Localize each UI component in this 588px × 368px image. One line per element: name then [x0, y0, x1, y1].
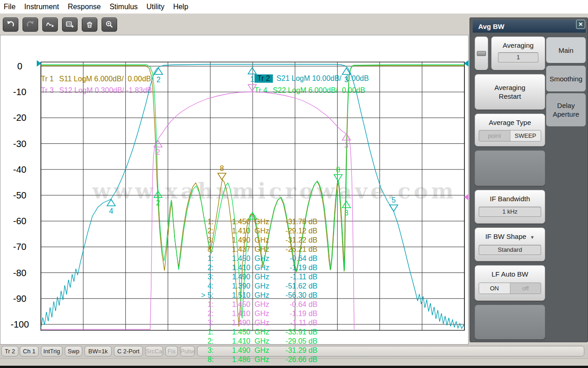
plot-marker-triangle [248, 68, 256, 74]
marker-readout-row: 1:1.450GHz-0.64 dB [197, 300, 317, 309]
averaging-label: Averaging [503, 41, 533, 50]
bottom-edge [0, 366, 588, 368]
lf-auto-bw-option-on[interactable]: ON [479, 283, 510, 294]
chevron-down-icon: ▼ [530, 235, 535, 240]
status-button-ch-1[interactable]: Ch 1 [20, 346, 39, 357]
averaging-button[interactable]: Averaging 1 [491, 36, 545, 70]
marker-readout-table: 1:1.450GHz-31.78 dB2:1.410GHz-29.12 dB3:… [197, 217, 317, 364]
menu-item-file[interactable]: File [4, 0, 16, 14]
menu-item-response[interactable]: Response [68, 0, 101, 14]
zoom-button[interactable] [102, 17, 117, 32]
if-bandwidth-button[interactable]: IF Bandwidth 1 kHz [475, 190, 545, 224]
plot-marker-label: 8 [220, 164, 224, 172]
averaging-led-icon [477, 51, 486, 56]
status-button-swp[interactable]: Swp [65, 346, 82, 357]
redo-button [23, 17, 38, 32]
delete-button[interactable] [82, 17, 97, 32]
y-axis-tick: -80 [13, 268, 27, 278]
tab-delay-aperture[interactable]: Delay Aperture [546, 93, 586, 126]
plot-marker-label: 2 [156, 148, 160, 156]
if-bw-shape-label: IF BW Shape▼ [485, 232, 534, 242]
tab-smoothing[interactable]: Smoothing [546, 66, 586, 91]
y-axis-tick: -10 [13, 87, 27, 97]
plot-marker-label: 3 [345, 142, 349, 149]
plot-marker-label: 5 [392, 196, 396, 204]
redo-icon [26, 20, 34, 28]
marker-readout-row: 3:1.490GHz-1.11 dB [197, 272, 317, 282]
y-axis-tick: -90 [13, 294, 27, 304]
plot-marker-label: 2 [157, 76, 161, 84]
marker-readout-row: 2:1.410GHz-29.05 dB [197, 337, 317, 346]
marker-readout-row: 1:1.450GHz-33.91 dB [197, 328, 317, 337]
y-axis-tick: -70 [13, 242, 27, 252]
plot-marker-triangle [342, 201, 351, 208]
y-axis-tick: -40 [13, 164, 27, 175]
marker-readout-row: 2:1.410GHz-1.19 dB [197, 263, 317, 272]
y-axis-tick: 0 [17, 61, 22, 71]
averaging-toggle-button[interactable] [475, 36, 488, 70]
plot-marker-label: 3 [345, 76, 349, 84]
status-button-c-2-port[interactable]: C 2-Port [114, 346, 143, 357]
marker-readout-row: 8:1.486GHz-26.66 dB [197, 355, 317, 364]
y-axis-tick: -20 [13, 113, 27, 123]
y-axis-tick: -60 [13, 216, 27, 226]
status-button-inttrig[interactable]: IntTrig [41, 346, 62, 357]
if-bw-shape-button[interactable]: IF BW Shape▼ Standard [475, 227, 545, 261]
if-bandwidth-value[interactable]: 1 kHz [479, 207, 541, 217]
plot-marker-label: 8 [336, 166, 340, 174]
status-button-pulse: Pulse [180, 346, 195, 357]
panel-header[interactable]: Avg BW [473, 20, 586, 33]
plot-marker-triangle [248, 85, 256, 91]
average-type-label: Average Type [489, 118, 531, 127]
delete-icon [85, 20, 94, 28]
y-axis-tick: -100 [11, 319, 29, 329]
menu-item-instrument[interactable]: Instrument [24, 0, 59, 14]
add-trace-button[interactable] [42, 17, 58, 32]
status-button-fix: Fix [165, 346, 178, 357]
marker-readout-row: 1:1.450GHz-31.78 dB [197, 217, 317, 226]
panel-title: Avg BW [478, 23, 504, 30]
undo-button[interactable] [3, 17, 18, 32]
averaging-restart-button[interactable]: Averaging Restart [475, 74, 545, 110]
add-trace-icon [46, 20, 54, 28]
menu-item-utility[interactable]: Utility [147, 0, 164, 14]
y-axis-tick: -30 [13, 139, 27, 149]
averaging-value[interactable]: 1 [498, 52, 538, 62]
status-button-srccal: SrcCal [145, 346, 163, 357]
blank-softkey-1 [475, 150, 545, 186]
marker-readout-row: 1:1.450GHz-0.64 dB [197, 254, 317, 263]
lf-auto-bw-option-off[interactable]: off [510, 283, 541, 294]
plot-region: Tr 1S11 LogM 6.000dB/ 0.00dB Tr 2S21 Log… [0, 35, 469, 345]
plot-marker-triangle [390, 205, 398, 211]
blank-softkey-2 [475, 305, 545, 340]
average-type-option-sweep[interactable]: SWEEP [510, 130, 541, 141]
if-bw-shape-value[interactable]: Standard [479, 245, 541, 255]
avg-bw-panel: Avg BW ✕ Averaging 1 Averaging Restart A… [469, 17, 588, 342]
marker-readout-row: 2:1.410GHz-29.12 dB [197, 226, 317, 236]
average-type-option-point[interactable]: point [479, 130, 510, 141]
if-bandwidth-label: IF Bandwidth [490, 194, 530, 203]
marker-readout-row: 4:1.390GHz-51.62 dB [197, 282, 317, 291]
plot-marker-label: 1 [250, 75, 254, 83]
marker-readout-row: 3:1.490GHz-31.22 dB [197, 236, 317, 245]
averaging-restart-label: Averaging Restart [487, 83, 533, 101]
plot-marker-label: 2 [156, 199, 160, 207]
plot-marker-label: 3 [345, 209, 349, 217]
marker-readout-row: > 5:1.510GHz-56.30 dB [197, 291, 317, 300]
average-type-button[interactable]: Average Type point SWEEP [475, 113, 545, 147]
status-button-bw-1k[interactable]: BW=1k [85, 346, 112, 357]
lf-auto-bw-label: LF Auto BW [492, 270, 528, 278]
menu-bar: FileInstrumentResponseStimulusUtilityHel… [0, 0, 588, 14]
menu-item-stimulus[interactable]: Stimulus [109, 0, 137, 14]
tab-main[interactable]: Main [546, 37, 586, 63]
add-channel-button[interactable]: Ch [62, 17, 78, 32]
lf-auto-bw-button[interactable]: LF Auto BW ON off [475, 265, 545, 301]
close-icon[interactable]: ✕ [576, 20, 585, 29]
plot-marker-label: 4 [109, 207, 113, 215]
status-button-tr-2[interactable]: Tr 2 [1, 346, 18, 357]
zoom-icon [105, 20, 113, 28]
undo-icon [6, 20, 15, 28]
marker-readout-row: 3:1.490GHz-1.11 dB [197, 318, 317, 328]
plot-marker-triangle [218, 173, 226, 180]
menu-item-help[interactable]: Help [173, 0, 188, 14]
